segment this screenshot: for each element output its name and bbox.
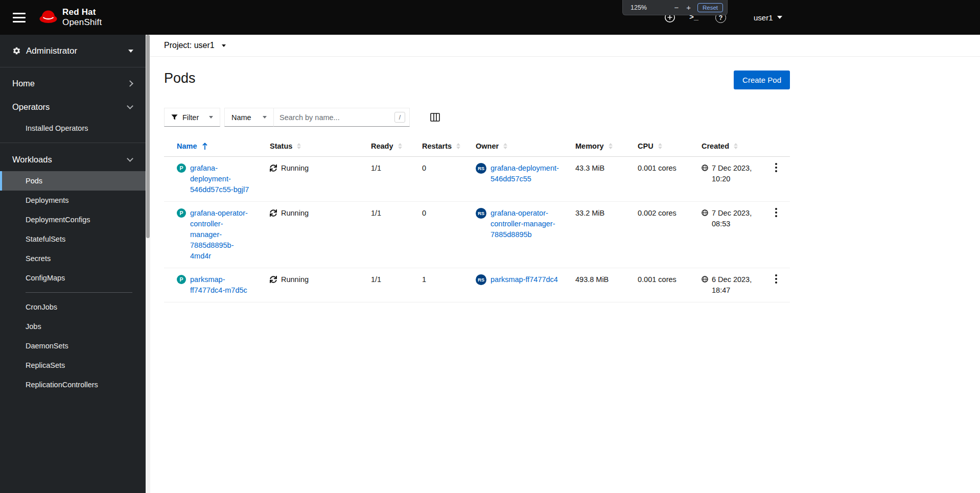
created-text: 6 Dec 2023, 18:47 — [712, 274, 755, 296]
owner-link[interactable]: grafana-operator-controller-manager-7885… — [491, 208, 559, 262]
page-title: Pods — [164, 71, 196, 86]
pod-badge-icon: P — [177, 163, 186, 173]
pod-link[interactable]: parksmap-ff7477dc4-m7d5c — [190, 274, 253, 296]
sort-icon — [456, 143, 460, 149]
sidebar-item-statefulsets[interactable]: StatefulSets — [0, 229, 146, 249]
sidebar-item-deployments[interactable]: Deployments — [0, 191, 146, 210]
slash-shortcut-badge: / — [394, 112, 405, 123]
filter-dropdown[interactable]: Filter — [164, 108, 220, 127]
sidebar-item-home[interactable]: Home — [0, 72, 146, 95]
column-header-cpu[interactable]: CPU — [629, 136, 693, 156]
sidebar: Administrator Home Operators Installed O… — [0, 35, 146, 493]
masthead: Red Hat OpenShift >_ ? user1 — [0, 0, 980, 35]
sidebar-item-label: Jobs — [26, 322, 41, 331]
kebab-menu-button[interactable] — [772, 160, 780, 175]
sidebar-item-deploymentconfigs[interactable]: DeploymentConfigs — [0, 210, 146, 229]
memory-cell: 33.2 MiB — [567, 202, 629, 268]
column-header-created[interactable]: Created — [693, 136, 763, 156]
gear-icon — [12, 46, 21, 55]
sort-icon — [297, 143, 301, 149]
sidebar-item-daemonsets[interactable]: DaemonSets — [0, 336, 146, 356]
column-label: Memory — [575, 142, 604, 150]
column-header-owner[interactable]: Owner — [468, 136, 567, 156]
column-header-memory[interactable]: Memory — [567, 136, 629, 156]
column-label: CPU — [638, 142, 654, 150]
redhat-openshift-logo[interactable]: Red Hat OpenShift — [39, 7, 102, 28]
sidebar-item-cronjobs[interactable]: CronJobs — [0, 297, 146, 317]
replicaset-badge-icon: RS — [476, 274, 486, 285]
sidebar-item-label: DaemonSets — [26, 342, 68, 350]
chevron-right-icon — [127, 80, 133, 87]
hamburger-menu-icon[interactable] — [13, 12, 26, 24]
caret-down-icon — [777, 16, 782, 19]
sidebar-item-secrets[interactable]: Secrets — [0, 249, 146, 268]
sync-icon — [270, 276, 277, 283]
sidebar-nav: Home Operators Installed Operators Workl… — [0, 67, 146, 394]
user-menu[interactable]: user1 — [754, 0, 782, 35]
column-header-name[interactable]: Name — [164, 136, 262, 156]
sidebar-item-workloads[interactable]: Workloads — [0, 148, 146, 171]
sidebar-item-label: Secrets — [26, 254, 51, 263]
restarts-cell: 0 — [414, 202, 468, 268]
status-text: Running — [281, 274, 309, 285]
kebab-menu-button[interactable] — [772, 272, 780, 286]
pod-link[interactable]: grafana-operator-controller-manager-7885… — [190, 208, 253, 262]
owner-cell: RS grafana-deployment-546dd57c55 — [468, 157, 567, 201]
sidebar-item-jobs[interactable]: Jobs — [0, 317, 146, 336]
filter-dropdown-label: Filter — [182, 113, 199, 122]
redhat-hat-icon — [39, 9, 58, 26]
status-cell: Running — [262, 157, 363, 201]
created-cell: 6 Dec 2023, 18:47 — [693, 268, 763, 302]
table-row: P grafana-operator-controller-manager-78… — [164, 202, 790, 268]
manage-columns-icon[interactable] — [428, 111, 442, 124]
sidebar-item-label: Deployments — [26, 196, 69, 204]
create-pod-button[interactable]: Create Pod — [734, 71, 790, 89]
browser-zoom-popup: 125% − + Reset — [622, 0, 728, 15]
sidebar-item-replicationcontrollers[interactable]: ReplicationControllers — [0, 375, 146, 394]
column-header-status[interactable]: Status — [262, 136, 363, 156]
table-row: P grafana-deployment-546dd57c55-bgjl7 Ru… — [164, 157, 790, 202]
sidebar-item-label: Operators — [12, 102, 50, 112]
column-header-ready[interactable]: Ready — [363, 136, 414, 156]
scrollbar-thumb[interactable] — [146, 35, 150, 238]
zoom-reset-button[interactable]: Reset — [697, 3, 723, 12]
sidebar-item-installed-operators[interactable]: Installed Operators — [0, 119, 146, 138]
ready-cell: 1/1 — [363, 202, 414, 268]
name-cell: P parksmap-ff7477dc4-m7d5c — [164, 268, 262, 302]
column-header-restarts[interactable]: Restarts — [414, 136, 468, 156]
sort-icon — [503, 143, 507, 149]
column-header-actions — [763, 136, 790, 156]
column-label: Restarts — [422, 142, 452, 150]
kebab-menu-button[interactable] — [772, 205, 780, 220]
brand-text: Red Hat OpenShift — [62, 7, 102, 28]
owner-link[interactable]: parksmap-ff7477dc4 — [491, 274, 559, 296]
actions-cell — [763, 157, 790, 201]
project-selector[interactable]: Project: user1 — [150, 35, 980, 57]
brand-line1: Red Hat — [62, 7, 102, 17]
username: user1 — [754, 13, 773, 22]
sidebar-item-pods[interactable]: Pods — [0, 171, 146, 191]
pod-badge-icon: P — [177, 275, 186, 284]
created-cell: 7 Dec 2023, 08:53 — [693, 202, 763, 268]
sidebar-item-operators[interactable]: Operators — [0, 95, 146, 119]
column-label: Name — [177, 142, 197, 150]
search-attribute-dropdown[interactable]: Name — [224, 108, 274, 127]
memory-cell: 43.3 MiB — [567, 157, 629, 201]
sidebar-item-replicasets[interactable]: ReplicaSets — [0, 356, 146, 375]
chevron-down-icon — [127, 155, 133, 162]
caret-down-icon — [128, 50, 133, 53]
column-label: Created — [702, 142, 729, 150]
zoom-out-button[interactable]: − — [673, 4, 680, 11]
main-content: Project: user1 Pods Create Pod Filter Na… — [150, 35, 980, 493]
owner-cell: RS grafana-operator-controller-manager-7… — [468, 202, 567, 268]
owner-link[interactable]: grafana-deployment-546dd57c55 — [491, 163, 559, 195]
pod-link[interactable]: grafana-deployment-546dd57c55-bgjl7 — [190, 163, 253, 195]
replicaset-badge-icon: RS — [476, 208, 486, 219]
replicaset-badge-icon: RS — [476, 163, 486, 174]
perspective-switcher[interactable]: Administrator — [0, 35, 146, 67]
search-input[interactable] — [274, 113, 394, 122]
status-text: Running — [281, 163, 309, 174]
zoom-in-button[interactable]: + — [685, 4, 692, 11]
sidebar-item-configmaps[interactable]: ConfigMaps — [0, 268, 146, 288]
pods-table: Name Status Ready Restarts — [164, 136, 790, 302]
